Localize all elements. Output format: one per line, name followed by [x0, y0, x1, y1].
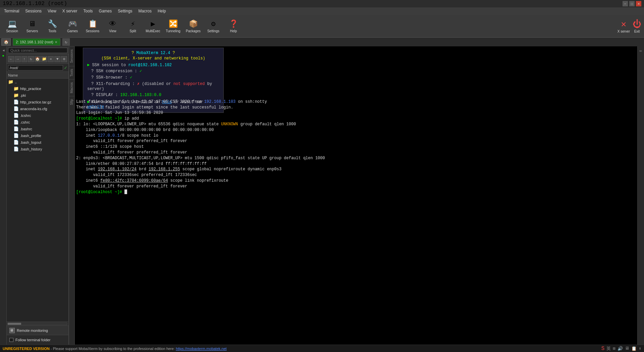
file-item-bashrc[interactable]: 📄 .bashrc	[7, 126, 68, 132]
follow-terminal-checkbox[interactable]	[9, 338, 13, 342]
welcome-x11: ? X11-forwarding : ✗ (disabled or not su…	[87, 81, 219, 91]
file-icon-bash-logout: 📄	[13, 140, 19, 145]
welcome-line1: ? MobaXterm 12.4 ?	[87, 51, 219, 55]
file-item-cfg[interactable]: 📄 anaconda-ks.cfg	[7, 105, 68, 112]
toolbar-servers[interactable]: 🖥 Servers	[23, 16, 42, 36]
tunneling-label: Tunneling	[166, 29, 180, 33]
menu-view[interactable]: View	[45, 8, 59, 14]
view-icon: 👁	[109, 19, 116, 29]
welcome-ssh-compression: ? SSH compression : ✓	[87, 68, 219, 74]
fp-newfolder-button[interactable]: 📁	[41, 56, 47, 62]
split-label: Split	[129, 29, 136, 33]
quick-connect-input[interactable]	[8, 48, 67, 53]
title-text: 192.168.1.102 (root)	[3, 1, 67, 7]
multiexec-icon: ▶	[151, 19, 155, 29]
close-button[interactable]: ✕	[636, 1, 641, 6]
fp-settings-button[interactable]: ⚙	[61, 56, 67, 62]
path-ok-button[interactable]: ✓	[64, 65, 67, 71]
file-col-name: Name	[8, 73, 18, 77]
file-panel-toolbar: ← → ↑ ↻ 🏠 📁 ✕ ▼ ⚙	[7, 54, 68, 64]
menu-tools[interactable]: Tools	[81, 8, 96, 14]
menu-terminal[interactable]: Terminal	[1, 8, 22, 14]
menu-help[interactable]: Help	[155, 8, 169, 14]
tab-refresh-button[interactable]: ↻	[62, 38, 70, 46]
welcome-session: ► SSH session to root@192.168.1.102	[87, 63, 219, 68]
games-icon: 🎮	[68, 19, 77, 29]
file-list: 📁 .. 📁 http_practice 📁 .pki 📄 http_pract…	[7, 79, 68, 321]
file-item-pki[interactable]: 📁 .pki	[7, 92, 68, 99]
fp-back-button[interactable]: ←	[8, 56, 14, 62]
menu-macros[interactable]: Macros	[136, 8, 154, 14]
toolbar-sessions[interactable]: 📋 Sessions	[83, 16, 102, 36]
file-item-bash-profile[interactable]: 📄 .bash_profile	[7, 132, 68, 139]
terminal-area[interactable]: ? MobaXterm 12.4 ? (SSH client, X-server…	[75, 46, 637, 345]
servers-icon: 🖥	[29, 19, 36, 29]
terminal-content: ? MobaXterm 12.4 ? (SSH client, X-server…	[75, 46, 637, 345]
toolbar-settings[interactable]: ⚙ Settings	[204, 16, 223, 36]
right-label-tools[interactable]: Tools	[69, 66, 74, 79]
toolbar-split[interactable]: ⚡ Split	[123, 16, 142, 36]
tab-close-button[interactable]: ✕	[55, 40, 57, 44]
left-icon-1[interactable]: ◀	[1, 48, 6, 53]
right-label-sessions[interactable]: Sessions	[69, 46, 74, 66]
file-item-tar[interactable]: 📄 http_practice.tar.gz	[7, 99, 68, 105]
toolbar-games[interactable]: 🎮 Games	[63, 16, 82, 36]
unregistered-bar: UNREGISTERED VERSION - Please support Mo…	[0, 345, 644, 352]
mobatek-link[interactable]: https://mobaxterm.mobatek.net	[176, 347, 227, 351]
path-input[interactable]	[8, 65, 63, 71]
multiexec-label: MultiExec	[146, 29, 160, 33]
maximize-button[interactable]: □	[629, 1, 635, 6]
home-button[interactable]: 🏠	[1, 38, 11, 46]
file-item-parent[interactable]: 📁 ..	[7, 79, 68, 85]
fp-delete-button[interactable]: ✕	[48, 56, 54, 62]
scroll-thumb[interactable]	[8, 323, 21, 325]
minimize-button[interactable]: −	[623, 1, 628, 6]
toolbar-packages[interactable]: 📦 Packages	[184, 16, 203, 36]
left-icon-2[interactable]: ●	[1, 53, 6, 58]
follow-terminal-checkbox-row[interactable]: Follow terminal folder	[7, 335, 68, 345]
fp-home-button[interactable]: 🏠	[35, 56, 41, 62]
fp-up-button[interactable]: ↑	[21, 56, 28, 62]
file-item-bash-history[interactable]: 📄 .bash_history	[7, 146, 68, 152]
session-icon: 💻	[8, 19, 17, 29]
toolbar-view[interactable]: 👁 View	[103, 16, 122, 36]
menu-sessions[interactable]: Sessions	[22, 8, 44, 14]
xserver-button[interactable]: ✕ X server	[618, 19, 630, 33]
menu-xserver[interactable]: X server	[60, 8, 80, 14]
fp-refresh-button[interactable]: ↻	[28, 56, 34, 62]
file-icon-tcshrc: 📄	[13, 113, 19, 118]
exit-button[interactable]: ⏻ Exit	[633, 19, 641, 33]
toolbar-session[interactable]: 💻 Session	[3, 16, 21, 36]
fp-forward-button[interactable]: →	[15, 56, 21, 62]
toolbar-tunneling[interactable]: 🔀 Tunneling	[164, 16, 182, 36]
fp-filter-button[interactable]: ▼	[54, 56, 60, 62]
menu-settings[interactable]: Settings	[115, 8, 135, 14]
packages-label: Packages	[186, 29, 201, 33]
file-item-bash-logout[interactable]: 📄 .bash_logout	[7, 139, 68, 146]
terminal-output: Last failed login: Sat Jun 13 17:17:05 C…	[76, 93, 636, 201]
remote-monitoring-button[interactable]: 🖥 Remote monitoring	[7, 326, 68, 335]
file-icon-cfg: 📄	[13, 106, 19, 112]
file-name-cfg: anaconda-ks.cfg	[20, 107, 47, 111]
menu-bar: Terminal Sessions View X server Tools Ga…	[0, 7, 644, 15]
file-name-bash-profile: .bash_profile	[20, 134, 41, 138]
session-tab[interactable]: 2: 192.168.1.102 (root) ✕	[13, 38, 60, 46]
xserver-label: X server	[618, 30, 630, 33]
far-right-icon-1[interactable]: ✏	[639, 48, 642, 53]
toolbar-multiexec[interactable]: ▶ MultiExec	[144, 16, 162, 36]
right-label-sftp[interactable]: Sftp	[69, 96, 74, 108]
status-right: S 英 ⊞ 🔊 🖥 📋 ⬇	[601, 346, 641, 352]
file-item-cshrc[interactable]: 📄 .cshrc	[7, 119, 68, 126]
far-right-sidebar: ✏	[637, 46, 644, 345]
window-controls: − □ ✕	[623, 1, 641, 6]
file-item-tcshrc[interactable]: 📄 .tcshrc	[7, 112, 68, 119]
file-item-http-practice[interactable]: 📁 http_practice	[7, 85, 68, 92]
toolbar-tools[interactable]: 🔧 Tools	[43, 16, 62, 36]
toolbar-help[interactable]: ❓ Help	[224, 16, 243, 36]
right-label-macros[interactable]: Macros	[69, 79, 74, 96]
folder-icon: 📁	[13, 93, 19, 98]
xserver-icon: ✕	[621, 19, 627, 30]
file-icon-bash-history: 📄	[13, 146, 19, 152]
menu-games[interactable]: Games	[96, 8, 115, 14]
horizontal-scrollbar[interactable]	[7, 321, 68, 325]
